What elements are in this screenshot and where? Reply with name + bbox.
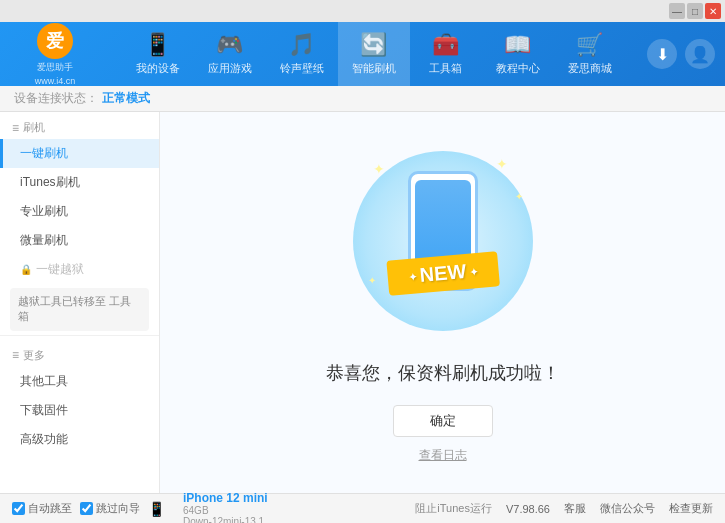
sidebar-item-download-firmware[interactable]: 下载固件 (0, 396, 159, 425)
maximize-button[interactable]: □ (687, 3, 703, 19)
my-device-label: 我的设备 (136, 61, 180, 76)
other-tools-label: 其他工具 (20, 374, 68, 388)
title-bar: — □ ✕ (0, 0, 725, 22)
device-storage: 64GB (183, 505, 268, 516)
auto-jump-input[interactable] (12, 502, 25, 515)
logo-name: 爱思助手 (37, 61, 73, 74)
nav-items: 📱 我的设备 🎮 应用游戏 🎵 铃声壁纸 🔄 智能刷机 🧰 工具箱 📖 教程中心… (100, 22, 647, 86)
auto-jump-checkbox[interactable]: 自动跳至 (12, 501, 72, 516)
download-icon: ⬇ (656, 45, 669, 64)
user-icon: 👤 (690, 45, 710, 64)
more-section-title: 更多 (23, 348, 45, 363)
stop-itunes-label: 阻止iTunes运行 (415, 501, 492, 516)
sidebar-section-more: ≡ 更多 (0, 340, 159, 367)
nav-item-apps-games[interactable]: 🎮 应用游戏 (194, 22, 266, 86)
mall-icon: 🛒 (576, 32, 603, 58)
success-illustration: ✦ ✦ ✦ ✦ NEW (343, 141, 543, 341)
main-layout: ≡ 刷机 一键刷机 iTunes刷机 专业刷机 微量刷机 🔒 一键越狱 越狱工具… (0, 112, 725, 493)
ringtones-icon: 🎵 (288, 32, 315, 58)
sidebar-item-one-click-flash[interactable]: 一键刷机 (0, 139, 159, 168)
bottom-bar: 自动跳至 跳过向导 📱 iPhone 12 mini 64GB Down-12m… (0, 493, 725, 523)
version-label: V7.98.66 (506, 503, 550, 515)
one-click-flash-label: 一键刷机 (20, 146, 68, 160)
nav-item-toolbox[interactable]: 🧰 工具箱 (410, 22, 482, 86)
sidebar-item-micro-flash[interactable]: 微量刷机 (0, 226, 159, 255)
device-phone-icon: 📱 (148, 501, 165, 517)
sidebar-item-pro-flash[interactable]: 专业刷机 (0, 197, 159, 226)
bottom-right: 阻止iTunes运行 V7.98.66 客服 微信公众号 检查更新 (415, 501, 713, 516)
logo-area: 爱 爱思助手 www.i4.cn (10, 23, 100, 86)
sidebar-divider (0, 335, 159, 336)
device-name: iPhone 12 mini (183, 491, 268, 505)
flash-section-icon: ≡ (12, 121, 19, 135)
lock-icon: 🔒 (20, 264, 32, 275)
ringtones-label: 铃声壁纸 (280, 61, 324, 76)
device-info: iPhone 12 mini 64GB Down-12mini-13,1 (183, 491, 268, 524)
star-3: ✦ (515, 191, 523, 202)
wechat-public-link[interactable]: 微信公众号 (600, 501, 655, 516)
nav-item-smart-flash[interactable]: 🔄 智能刷机 (338, 22, 410, 86)
status-label: 设备连接状态： (14, 90, 98, 107)
itunes-flash-label: iTunes刷机 (20, 175, 80, 189)
customer-service-link[interactable]: 客服 (564, 501, 586, 516)
sidebar-notice: 越狱工具已转移至 工具箱 (10, 288, 149, 331)
success-text: 恭喜您，保资料刷机成功啦！ (326, 361, 560, 385)
jailbreak-label: 一键越狱 (36, 261, 84, 278)
logo-icon-text: 爱 (46, 29, 64, 53)
download-button[interactable]: ⬇ (647, 39, 677, 69)
skip-wizard-label: 跳过向导 (96, 501, 140, 516)
bottom-left: 自动跳至 跳过向导 📱 iPhone 12 mini 64GB Down-12m… (12, 491, 415, 524)
star-4: ✦ (368, 275, 376, 286)
tutorials-label: 教程中心 (496, 61, 540, 76)
close-button[interactable]: ✕ (705, 3, 721, 19)
user-button[interactable]: 👤 (685, 39, 715, 69)
confirm-button-label: 确定 (430, 412, 456, 430)
nav-item-my-device[interactable]: 📱 我的设备 (122, 22, 194, 86)
tutorials-icon: 📖 (504, 32, 531, 58)
sidebar-item-other-tools[interactable]: 其他工具 (0, 367, 159, 396)
star-2: ✦ (496, 156, 508, 172)
minimize-button[interactable]: — (669, 3, 685, 19)
mall-label: 爱思商城 (568, 61, 612, 76)
sidebar-item-jailbreak: 🔒 一键越狱 (0, 255, 159, 284)
nav-item-tutorials[interactable]: 📖 教程中心 (482, 22, 554, 86)
download-firmware-label: 下载固件 (20, 403, 68, 417)
status-value: 正常模式 (102, 90, 150, 107)
apps-games-icon: 🎮 (216, 32, 243, 58)
sidebar-notice-text: 越狱工具已转移至 工具箱 (18, 295, 131, 322)
nav-right-buttons: ⬇ 👤 (647, 39, 715, 69)
check-update-link[interactable]: 检查更新 (669, 501, 713, 516)
sidebar: ≡ 刷机 一键刷机 iTunes刷机 专业刷机 微量刷机 🔒 一键越狱 越狱工具… (0, 112, 160, 493)
skip-wizard-checkbox[interactable]: 跳过向导 (80, 501, 140, 516)
skip-wizard-input[interactable] (80, 502, 93, 515)
content-area: ✦ ✦ ✦ ✦ NEW 恭喜您，保资料刷机成功啦！ 确定 查看日志 (160, 112, 725, 493)
logo-url: www.i4.cn (35, 76, 76, 86)
confirm-button[interactable]: 确定 (393, 405, 493, 437)
top-nav: 爱 爱思助手 www.i4.cn 📱 我的设备 🎮 应用游戏 🎵 铃声壁纸 🔄 … (0, 22, 725, 86)
my-device-icon: 📱 (144, 32, 171, 58)
logo-icon: 爱 (37, 23, 73, 59)
flash-section-title: 刷机 (23, 120, 45, 135)
smart-flash-label: 智能刷机 (352, 61, 396, 76)
sidebar-item-itunes-flash[interactable]: iTunes刷机 (0, 168, 159, 197)
more-section-icon: ≡ (12, 348, 19, 362)
nav-item-mall[interactable]: 🛒 爱思商城 (554, 22, 626, 86)
star-1: ✦ (373, 161, 385, 177)
apps-games-label: 应用游戏 (208, 61, 252, 76)
view-log-link[interactable]: 查看日志 (419, 447, 467, 464)
auto-jump-label: 自动跳至 (28, 501, 72, 516)
advanced-label: 高级功能 (20, 432, 68, 446)
pro-flash-label: 专业刷机 (20, 204, 68, 218)
nav-item-ringtones[interactable]: 🎵 铃声壁纸 (266, 22, 338, 86)
sidebar-section-flash: ≡ 刷机 (0, 112, 159, 139)
status-bar: 设备连接状态： 正常模式 (0, 86, 725, 112)
smart-flash-icon: 🔄 (360, 32, 387, 58)
device-firmware: Down-12mini-13,1 (183, 516, 268, 524)
stop-itunes-button[interactable]: 阻止iTunes运行 (415, 501, 492, 516)
toolbox-label: 工具箱 (429, 61, 462, 76)
toolbox-icon: 🧰 (432, 32, 459, 58)
micro-flash-label: 微量刷机 (20, 233, 68, 247)
sidebar-item-advanced[interactable]: 高级功能 (0, 425, 159, 454)
